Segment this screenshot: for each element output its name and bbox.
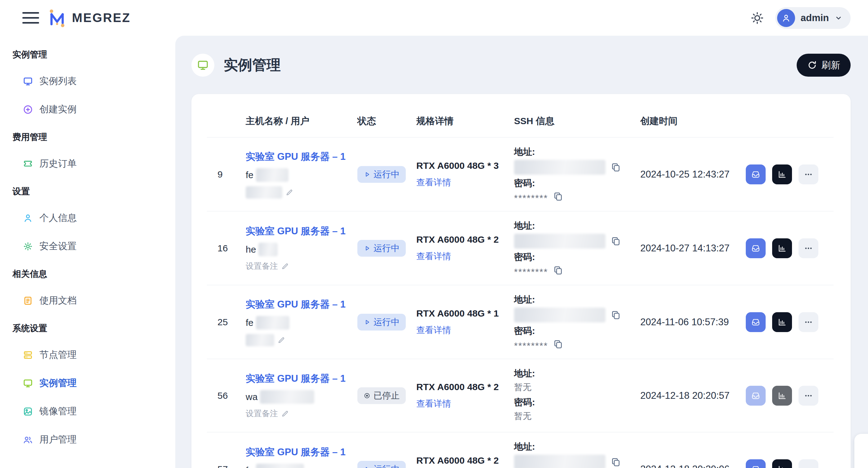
sidebar-item[interactable]: 使用文档	[0, 294, 175, 307]
sidebar-section: 费用管理 历史订单	[0, 131, 175, 170]
edit-pencil-icon[interactable]	[281, 262, 289, 270]
address-label: 地址:	[514, 441, 637, 453]
table-row: 16 实验室 GPU 服务器 – 1 he 设置备注 运行中	[207, 211, 834, 285]
refresh-button[interactable]: 刷新	[797, 54, 850, 77]
console-button[interactable]	[746, 238, 766, 258]
spec-text: RTX A6000 48G * 3	[416, 160, 514, 171]
monitoring-button[interactable]	[772, 312, 792, 332]
sidebar-section-title: 设置	[0, 185, 175, 197]
table-row: 56 实验室 GPU 服务器 – 1 wa 设置备注 已停止	[207, 359, 834, 432]
console-button[interactable]	[746, 312, 766, 332]
monitoring-button[interactable]	[772, 238, 792, 258]
sidebar-item[interactable]: 个人信息	[0, 212, 175, 224]
table-row: 57 实验室 GPU 服务器 – 1 fe 设置备注 运行中	[207, 432, 834, 468]
sidebar: 实例管理 实例列表 创建实例 费用管理 历史订单 设置 个人信息 安全设置 相关…	[0, 36, 175, 468]
main-content: 实例管理 刷新 主机名称 / 用户 状态 规格详情 SSH 信息 创建时间 9 …	[175, 36, 868, 468]
copy-icon[interactable]	[553, 191, 563, 202]
more-actions-button[interactable]	[799, 312, 818, 332]
instance-name-link[interactable]: 实验室 GPU 服务器 – 1	[246, 298, 358, 311]
sidebar-item[interactable]: 节点管理	[0, 349, 175, 361]
redacted-user-text	[260, 390, 314, 404]
sidebar-section: 相关信息 使用文档	[0, 268, 175, 307]
copy-icon[interactable]	[553, 265, 563, 275]
view-details-link[interactable]: 查看详情	[416, 325, 451, 335]
sidebar-item[interactable]: 用户管理	[0, 433, 175, 446]
masked-password: ********	[514, 343, 548, 349]
col-header-ssh: SSH 信息	[514, 115, 637, 127]
copy-icon[interactable]	[611, 162, 621, 173]
more-actions-button[interactable]	[799, 238, 818, 258]
redacted-user-text	[258, 243, 278, 256]
users-icon	[23, 435, 33, 445]
sidebar-item[interactable]: 镜像管理	[0, 405, 175, 418]
user-name-partial: fe	[246, 465, 253, 468]
instance-id: 25	[207, 317, 246, 327]
page-title: 实例管理	[224, 56, 281, 75]
sidebar-item[interactable]: 实例列表	[0, 75, 175, 88]
console-button[interactable]	[746, 386, 766, 406]
sidebar-item[interactable]: 实例管理	[0, 377, 175, 389]
bar-chart-icon	[777, 465, 787, 468]
bar-chart-icon	[777, 244, 787, 253]
console-button[interactable]	[746, 165, 766, 184]
edit-pencil-icon[interactable]	[277, 336, 285, 344]
ticket-icon	[23, 158, 33, 169]
instance-name-link[interactable]: 实验室 GPU 服务器 – 1	[246, 372, 358, 385]
sidebar-item[interactable]: 创建实例	[0, 103, 175, 116]
copy-icon[interactable]	[611, 236, 621, 246]
created-time: 2024-12-18 20:29:06	[637, 464, 742, 468]
col-header-status: 状态	[358, 115, 416, 127]
col-header-host-user: 主机名称 / 用户	[246, 115, 358, 127]
instance-name-link[interactable]: 实验室 GPU 服务器 – 1	[246, 225, 358, 238]
more-actions-button[interactable]	[799, 459, 818, 468]
console-button[interactable]	[746, 459, 766, 468]
redacted-user-text	[256, 316, 289, 329]
instance-name-link[interactable]: 实验室 GPU 服务器 – 1	[246, 150, 358, 163]
gear-icon	[23, 241, 33, 252]
masked-password: ********	[514, 195, 548, 201]
monitoring-button[interactable]	[772, 459, 792, 468]
table-row: 9 实验室 GPU 服务器 – 1 fe 运行中	[207, 138, 834, 211]
instance-id: 16	[207, 243, 246, 254]
scroll-widget[interactable]	[854, 434, 868, 468]
status-badge: 已停止	[358, 387, 406, 404]
instance-id: 56	[207, 390, 246, 401]
instances-table-card: 主机名称 / 用户 状态 规格详情 SSH 信息 创建时间 9 实验室 GPU …	[191, 94, 850, 468]
more-actions-button[interactable]	[799, 165, 818, 184]
image-icon	[23, 406, 33, 417]
brand-title: MEGREZ	[72, 11, 131, 25]
ellipsis-icon	[804, 391, 813, 400]
redacted-address	[514, 308, 606, 322]
table-row: 25 实验室 GPU 服务器 – 1 fe 运行中	[207, 285, 834, 359]
copy-icon[interactable]	[611, 457, 621, 467]
user-menu-button[interactable]: admin	[775, 7, 850, 29]
ellipsis-icon	[804, 244, 813, 253]
theme-toggle-button[interactable]	[750, 10, 765, 25]
copy-icon[interactable]	[611, 310, 621, 320]
copy-icon[interactable]	[553, 339, 563, 349]
inbox-icon	[751, 244, 761, 253]
bar-chart-icon	[777, 318, 787, 327]
edit-pencil-icon[interactable]	[281, 410, 289, 418]
more-actions-button[interactable]	[799, 386, 818, 406]
monitoring-button[interactable]	[772, 386, 792, 406]
play-icon	[364, 171, 370, 178]
view-details-link[interactable]: 查看详情	[416, 252, 451, 261]
monitoring-button[interactable]	[772, 165, 792, 184]
sidebar-item[interactable]: 历史订单	[0, 157, 175, 170]
set-note-button[interactable]: 设置备注	[246, 261, 278, 271]
menu-icon[interactable]	[22, 12, 39, 24]
user-name-partial: fe	[246, 170, 253, 180]
chevron-down-icon	[835, 14, 843, 22]
redacted-note-text	[246, 334, 274, 346]
view-details-link[interactable]: 查看详情	[416, 177, 451, 187]
play-icon	[364, 245, 370, 252]
view-details-link[interactable]: 查看详情	[416, 399, 451, 408]
set-note-button[interactable]: 设置备注	[246, 408, 278, 419]
sidebar-item[interactable]: 安全设置	[0, 240, 175, 253]
instance-name-link[interactable]: 实验室 GPU 服务器 – 1	[246, 446, 358, 459]
address-label: 地址:	[514, 368, 637, 380]
ellipsis-icon	[804, 170, 813, 179]
status-badge: 运行中	[358, 461, 406, 468]
edit-pencil-icon[interactable]	[285, 188, 293, 197]
